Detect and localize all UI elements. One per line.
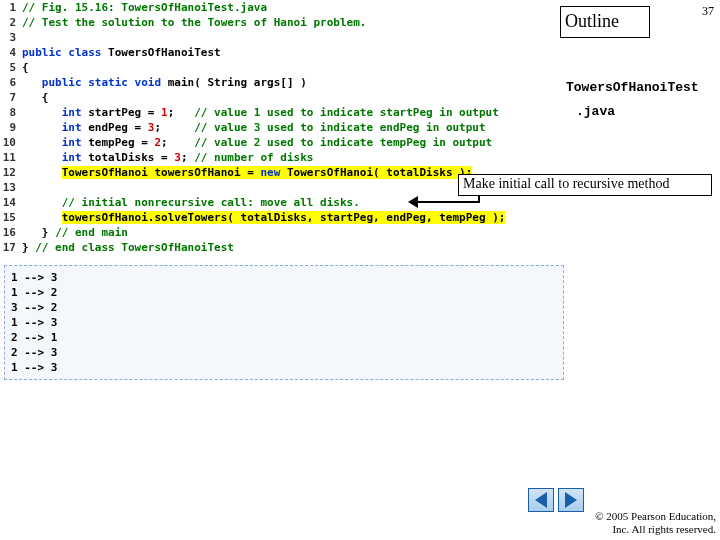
line-number: 4 [0, 45, 22, 60]
code-line: 11 int totalDisks = 3; // number of disk… [0, 150, 720, 165]
copyright-line2: Inc. All rights reserved. [612, 523, 716, 535]
code-content: } // end class TowersOfHanoiTest [22, 240, 234, 255]
filename-line1: TowersOfHanoiTest [566, 80, 699, 95]
code-content: towersOfHanoi.solveTowers( totalDisks, s… [22, 210, 505, 225]
line-number: 14 [0, 195, 22, 210]
code-content: // Test the solution to the Towers of Ha… [22, 15, 366, 30]
line-number: 3 [0, 30, 22, 45]
callout-annotation: Make initial call to recursive method [458, 174, 712, 196]
code-content: // Fig. 15.16: TowersOfHanoiTest.java [22, 0, 267, 15]
code-line: 9 int endPeg = 3; // value 3 used to ind… [0, 120, 720, 135]
nav-controls [528, 488, 584, 512]
code-line: 16 } // end main [0, 225, 720, 240]
line-number: 8 [0, 105, 22, 120]
code-content: // initial nonrecursive call: move all d… [22, 195, 360, 210]
code-content: { [22, 90, 49, 105]
line-number: 10 [0, 135, 22, 150]
code-line: 17} // end class TowersOfHanoiTest [0, 240, 720, 255]
copyright-notice: © 2005 Pearson Education, Inc. All right… [595, 510, 716, 536]
callout-arrow-head [408, 196, 418, 208]
filename-line2: .java [576, 104, 615, 119]
code-content: public static void main( String args[] ) [22, 75, 307, 90]
line-number: 7 [0, 90, 22, 105]
line-number: 9 [0, 120, 22, 135]
line-number: 1 [0, 0, 22, 15]
code-line: 15 towersOfHanoi.solveTowers( totalDisks… [0, 210, 720, 225]
next-button[interactable] [558, 488, 584, 512]
code-line: 4public class TowersOfHanoiTest [0, 45, 720, 60]
callout-arrow-connector [478, 195, 480, 203]
code-content: } // end main [22, 225, 128, 240]
line-number: 5 [0, 60, 22, 75]
line-number: 16 [0, 225, 22, 240]
callout-arrow-line [415, 201, 478, 203]
code-line: 10 int tempPeg = 2; // value 2 used to i… [0, 135, 720, 150]
page-number: 37 [702, 4, 714, 19]
code-listing: 1// Fig. 15.16: TowersOfHanoiTest.java2/… [0, 0, 720, 255]
code-content: int tempPeg = 2; // value 2 used to indi… [22, 135, 492, 150]
outline-label: Outline [560, 6, 650, 38]
right-arrow-icon [565, 492, 577, 508]
prev-button[interactable] [528, 488, 554, 512]
line-number: 6 [0, 75, 22, 90]
code-line: 5{ [0, 60, 720, 75]
code-content: int endPeg = 3; // value 3 used to indic… [22, 120, 486, 135]
left-arrow-icon [535, 492, 547, 508]
line-number: 12 [0, 165, 22, 180]
code-content: TowersOfHanoi towersOfHanoi = new Towers… [22, 165, 472, 180]
line-number: 15 [0, 210, 22, 225]
code-content: int startPeg = 1; // value 1 used to ind… [22, 105, 499, 120]
code-line: 14 // initial nonrecursive call: move al… [0, 195, 720, 210]
line-number: 13 [0, 180, 22, 195]
code-content: public class TowersOfHanoiTest [22, 45, 221, 60]
line-number: 17 [0, 240, 22, 255]
program-output: 1 --> 3 1 --> 2 3 --> 2 1 --> 3 2 --> 1 … [4, 265, 564, 380]
code-content: int totalDisks = 3; // number of disks [22, 150, 313, 165]
copyright-line1: © 2005 Pearson Education, [595, 510, 716, 522]
line-number: 11 [0, 150, 22, 165]
code-content: { [22, 60, 29, 75]
line-number: 2 [0, 15, 22, 30]
